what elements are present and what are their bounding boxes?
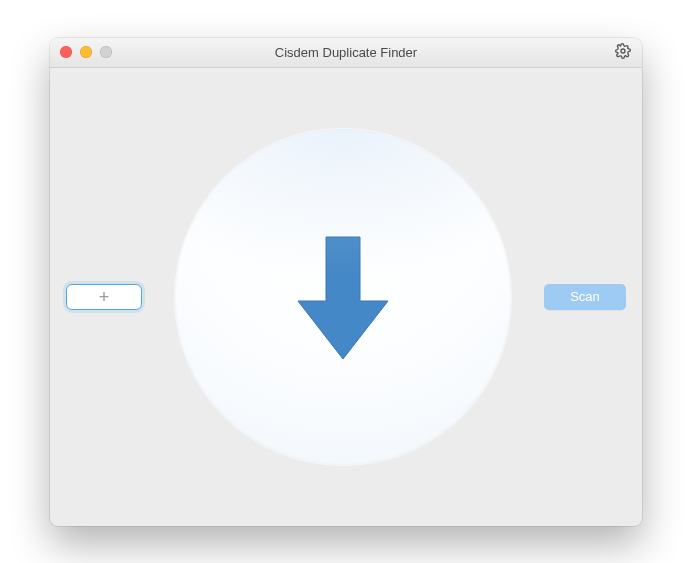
drop-target[interactable] — [175, 129, 511, 465]
traffic-lights — [60, 46, 112, 58]
app-window: Cisdem Duplicate Finder + Scan — [50, 38, 642, 526]
add-button[interactable]: + — [66, 284, 142, 310]
titlebar: Cisdem Duplicate Finder — [50, 38, 642, 68]
down-arrow-icon — [288, 227, 398, 367]
gear-icon — [615, 43, 631, 63]
settings-button[interactable] — [612, 42, 634, 64]
window-title: Cisdem Duplicate Finder — [50, 45, 642, 60]
content-area: + Scan — [50, 68, 642, 526]
scan-button[interactable]: Scan — [544, 284, 626, 310]
plus-icon: + — [99, 288, 110, 306]
close-button[interactable] — [60, 46, 72, 58]
svg-point-0 — [621, 49, 625, 53]
zoom-button[interactable] — [100, 46, 112, 58]
minimize-button[interactable] — [80, 46, 92, 58]
scan-button-label: Scan — [570, 289, 600, 304]
